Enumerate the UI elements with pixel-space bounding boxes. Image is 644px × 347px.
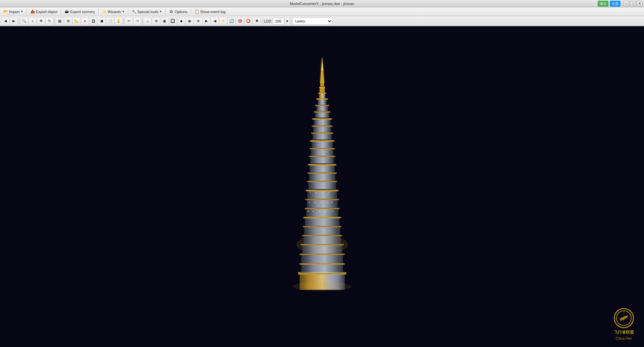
menu-item-export-object-label: Export object <box>36 10 57 14</box>
tool-redo[interactable]: ↪ <box>133 17 141 25</box>
tool-n[interactable]: ✱ <box>253 17 261 25</box>
svg-rect-46 <box>318 93 326 94</box>
tool-i[interactable]: ◀ <box>211 17 219 25</box>
tool-k[interactable]: 🔄 <box>228 17 236 25</box>
cloud-button[interactable]: 云盘 <box>610 1 621 7</box>
tool-sep-4 <box>142 18 143 24</box>
livery-select[interactable]: Livery <box>292 17 333 25</box>
svg-rect-70 <box>322 192 323 193</box>
menu-item-import-label: Import <box>9 10 19 14</box>
menu-item-export-scenery-label: Export scenery <box>70 10 95 14</box>
wechat-area: 微信 云盘 <box>598 1 621 7</box>
tool-m[interactable]: ⭕ <box>244 17 252 25</box>
svg-rect-39 <box>315 112 329 117</box>
svg-rect-5 <box>301 254 343 263</box>
svg-rect-40 <box>314 111 331 113</box>
svg-rect-36 <box>312 126 332 127</box>
tool-select[interactable]: ▦ <box>56 17 64 25</box>
tool-h[interactable]: ▶ <box>202 17 210 25</box>
tool-d[interactable]: 🔲 <box>169 17 177 25</box>
svg-rect-17 <box>306 200 337 208</box>
tool-zoom-in[interactable]: + <box>29 17 37 25</box>
viewport[interactable]: 飞行者联盟 China Flier <box>0 26 644 347</box>
minimize-button[interactable]: — <box>623 1 629 6</box>
tool-forward[interactable]: ▶ <box>10 17 18 25</box>
tool-back[interactable]: ◀ <box>1 17 9 25</box>
menu-item-export-scenery[interactable]: 🏔 Export scenery <box>62 8 97 15</box>
close-button[interactable]: ✕ <box>637 1 643 6</box>
menu-item-wizards[interactable]: ✨ Wizards ▼ <box>100 8 127 15</box>
tool-wire[interactable]: ⬜ <box>106 17 114 25</box>
tool-e[interactable]: ◆ <box>177 17 185 25</box>
tool-f[interactable]: ◉ <box>186 17 194 25</box>
tool-grid[interactable]: ⊞ <box>64 17 72 25</box>
tool-sep-6 <box>291 18 291 24</box>
building-model <box>285 51 359 293</box>
tool-j[interactable]: ⚡ <box>219 17 227 25</box>
svg-rect-30 <box>309 148 335 149</box>
tool-4[interactable]: 🔺 <box>81 17 89 25</box>
menu-item-options[interactable]: ⚙ Options <box>167 8 190 15</box>
tool-l[interactable]: 🎯 <box>236 17 244 25</box>
logo-sub-text: China Flier <box>616 337 632 340</box>
svg-rect-62 <box>332 211 333 212</box>
import-arrow-icon: ▼ <box>20 10 23 13</box>
lod-input[interactable] <box>273 18 284 24</box>
menu-item-wizards-label: Wizards <box>108 10 121 14</box>
svg-rect-44 <box>316 98 328 100</box>
tool-zoom-fit[interactable]: 🔍 <box>20 17 28 25</box>
tool-g[interactable]: ⊗ <box>194 17 202 25</box>
titlebar: ModelConverterX - jinmao.dae - jinmao 微信… <box>0 0 644 7</box>
svg-rect-37 <box>314 119 331 126</box>
menu-separator-6 <box>191 9 191 15</box>
menu-separator-2 <box>61 9 61 15</box>
tool-pan[interactable]: ✥ <box>37 17 45 25</box>
menu-item-special-tools[interactable]: 🔧 Special tools ▼ <box>130 8 164 15</box>
logo-area: 飞行者联盟 China Flier <box>614 308 634 340</box>
svg-rect-32 <box>310 140 334 142</box>
lod-label: LOD <box>264 19 271 23</box>
svg-rect-63 <box>308 202 310 203</box>
svg-rect-45 <box>319 93 325 98</box>
toolbar: ◀ ▶ 🔍 + ✥ ↻ ▦ ⊞ 📐 🔺 🖼 ◼ ⬜ 💡 ↩ ↪ ⌂ ⊕ ▣ 🔲 … <box>0 16 644 26</box>
svg-rect-9 <box>303 236 341 244</box>
menu-item-import[interactable]: 📂 Import ▼ <box>1 8 25 15</box>
tool-light[interactable]: 💡 <box>114 17 122 25</box>
tool-undo[interactable]: ↩ <box>125 17 133 25</box>
lod-dropdown[interactable]: ▼ <box>285 17 290 25</box>
logo-svg <box>615 310 632 327</box>
menu-separator-5 <box>165 9 166 15</box>
svg-rect-59 <box>312 211 314 212</box>
svg-rect-25 <box>309 165 335 172</box>
tool-texture[interactable]: 🖼 <box>89 17 97 25</box>
tool-b[interactable]: ⊕ <box>152 17 160 25</box>
tool-rotate[interactable]: ↻ <box>45 17 53 25</box>
wechat-button[interactable]: 微信 <box>598 1 608 7</box>
titlebar-controls: — □ ✕ <box>623 1 643 6</box>
tool-mat[interactable]: ◼ <box>98 17 106 25</box>
svg-rect-18 <box>305 199 339 200</box>
svg-rect-58 <box>307 211 309 212</box>
svg-rect-64 <box>314 202 315 203</box>
svg-rect-16 <box>305 208 340 209</box>
menu-separator-4 <box>128 9 128 15</box>
svg-rect-69 <box>315 192 316 193</box>
svg-rect-29 <box>311 149 333 156</box>
svg-rect-4 <box>299 263 344 265</box>
svg-rect-11 <box>304 227 340 235</box>
menu-item-show-event-log[interactable]: 📋 Show event log <box>193 8 228 15</box>
menu-item-show-event-log-label: Show event log <box>200 10 226 14</box>
menu-item-export-object[interactable]: 📤 Export object <box>28 8 59 15</box>
show-event-log-icon: 📋 <box>195 9 199 14</box>
tool-3[interactable]: 📐 <box>72 17 81 25</box>
tool-a[interactable]: ⌂ <box>144 17 152 25</box>
export-object-icon: 📤 <box>30 9 35 14</box>
svg-rect-65 <box>320 202 322 203</box>
svg-rect-61 <box>325 211 327 212</box>
svg-rect-68 <box>310 192 311 193</box>
tool-c[interactable]: ▣ <box>160 17 168 25</box>
maximize-button[interactable]: □ <box>630 1 636 6</box>
svg-rect-23 <box>309 173 335 181</box>
svg-rect-49 <box>320 82 324 86</box>
menu-separator-3 <box>98 9 99 15</box>
